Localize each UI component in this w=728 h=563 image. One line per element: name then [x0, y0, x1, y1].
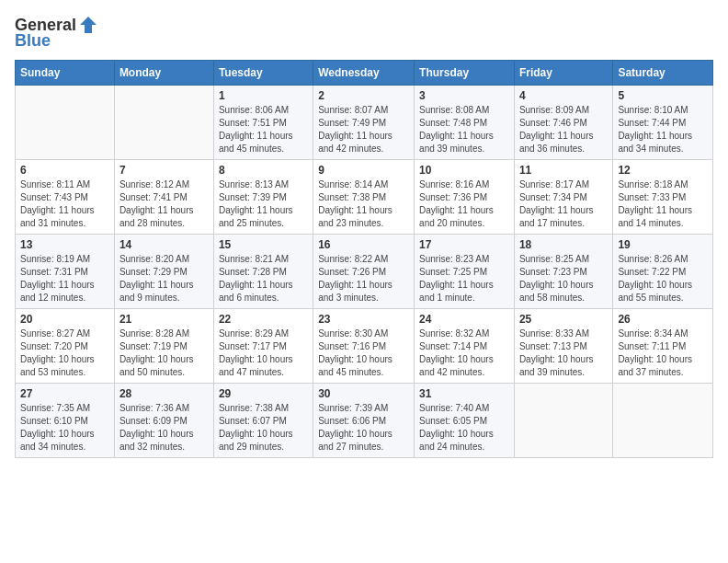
- day-info: Sunrise: 8:10 AM Sunset: 7:44 PM Dayligh…: [618, 104, 708, 155]
- day-info: Sunrise: 8:08 AM Sunset: 7:48 PM Dayligh…: [419, 104, 509, 155]
- day-info: Sunrise: 8:34 AM Sunset: 7:11 PM Dayligh…: [618, 327, 708, 379]
- day-info: Sunrise: 8:17 AM Sunset: 7:34 PM Dayligh…: [519, 178, 608, 230]
- day-info: Sunrise: 8:27 AM Sunset: 7:20 PM Dayligh…: [20, 327, 109, 379]
- calendar-cell: 18Sunrise: 8:25 AM Sunset: 7:23 PM Dayli…: [514, 235, 612, 309]
- day-number: 2: [318, 89, 409, 102]
- calendar-cell: 26Sunrise: 8:34 AM Sunset: 7:11 PM Dayli…: [613, 309, 713, 384]
- calendar-week-row: 13Sunrise: 8:19 AM Sunset: 7:31 PM Dayli…: [16, 235, 713, 309]
- calendar-cell: 22Sunrise: 8:29 AM Sunset: 7:17 PM Dayli…: [213, 309, 313, 384]
- calendar-cell: 20Sunrise: 8:27 AM Sunset: 7:20 PM Dayli…: [16, 309, 115, 384]
- calendar-cell: 8Sunrise: 8:13 AM Sunset: 7:39 PM Daylig…: [213, 160, 313, 235]
- day-number: 27: [20, 387, 109, 400]
- day-info: Sunrise: 8:13 AM Sunset: 7:39 PM Dayligh…: [219, 178, 308, 230]
- day-number: 24: [419, 313, 509, 326]
- calendar-cell: [514, 384, 612, 458]
- page-header: General Blue: [15, 15, 713, 51]
- day-number: 11: [519, 164, 608, 177]
- calendar-cell: [16, 86, 115, 160]
- calendar-cell: 12Sunrise: 8:18 AM Sunset: 7:33 PM Dayli…: [613, 160, 713, 235]
- calendar-cell: 24Sunrise: 8:32 AM Sunset: 7:14 PM Dayli…: [415, 309, 515, 384]
- calendar-cell: 17Sunrise: 8:23 AM Sunset: 7:25 PM Dayli…: [415, 235, 515, 309]
- weekday-header: Thursday: [415, 61, 515, 86]
- weekday-header: Monday: [114, 61, 213, 86]
- day-info: Sunrise: 8:32 AM Sunset: 7:14 PM Dayligh…: [419, 327, 509, 379]
- calendar-cell: 29Sunrise: 7:38 AM Sunset: 6:07 PM Dayli…: [213, 384, 313, 458]
- calendar-cell: 1Sunrise: 8:06 AM Sunset: 7:51 PM Daylig…: [213, 86, 313, 160]
- logo: General Blue: [15, 15, 98, 51]
- calendar-week-row: 27Sunrise: 7:35 AM Sunset: 6:10 PM Dayli…: [16, 384, 713, 458]
- calendar-cell: 27Sunrise: 7:35 AM Sunset: 6:10 PM Dayli…: [16, 384, 115, 458]
- calendar-cell: 14Sunrise: 8:20 AM Sunset: 7:29 PM Dayli…: [114, 235, 213, 309]
- calendar-cell: 5Sunrise: 8:10 AM Sunset: 7:44 PM Daylig…: [613, 86, 713, 160]
- day-number: 3: [419, 89, 509, 102]
- weekday-header: Wednesday: [313, 61, 415, 86]
- day-number: 1: [219, 89, 308, 102]
- calendar-cell: 9Sunrise: 8:14 AM Sunset: 7:38 PM Daylig…: [313, 160, 415, 235]
- day-info: Sunrise: 8:28 AM Sunset: 7:19 PM Dayligh…: [119, 327, 209, 379]
- day-number: 7: [119, 164, 209, 177]
- day-info: Sunrise: 8:29 AM Sunset: 7:17 PM Dayligh…: [219, 327, 308, 379]
- day-number: 28: [119, 387, 209, 400]
- calendar-cell: [114, 86, 213, 160]
- day-number: 25: [519, 313, 608, 326]
- weekday-header-row: SundayMondayTuesdayWednesdayThursdayFrid…: [16, 61, 713, 86]
- day-number: 8: [219, 164, 308, 177]
- day-info: Sunrise: 8:22 AM Sunset: 7:26 PM Dayligh…: [318, 253, 409, 304]
- day-info: Sunrise: 7:38 AM Sunset: 6:07 PM Dayligh…: [219, 402, 308, 454]
- day-info: Sunrise: 8:21 AM Sunset: 7:28 PM Dayligh…: [219, 253, 308, 304]
- calendar-table: SundayMondayTuesdayWednesdayThursdayFrid…: [15, 60, 713, 458]
- day-info: Sunrise: 7:39 AM Sunset: 6:06 PM Dayligh…: [318, 402, 409, 454]
- calendar-cell: 21Sunrise: 8:28 AM Sunset: 7:19 PM Dayli…: [114, 309, 213, 384]
- calendar-week-row: 6Sunrise: 8:11 AM Sunset: 7:43 PM Daylig…: [16, 160, 713, 235]
- day-info: Sunrise: 8:23 AM Sunset: 7:25 PM Dayligh…: [419, 253, 509, 304]
- day-info: Sunrise: 8:07 AM Sunset: 7:49 PM Dayligh…: [318, 104, 409, 155]
- day-number: 4: [519, 89, 608, 102]
- calendar-week-row: 20Sunrise: 8:27 AM Sunset: 7:20 PM Dayli…: [16, 309, 713, 384]
- day-number: 12: [618, 164, 708, 177]
- day-number: 9: [318, 164, 409, 177]
- calendar-header: SundayMondayTuesdayWednesdayThursdayFrid…: [16, 61, 713, 86]
- day-number: 5: [618, 89, 708, 102]
- calendar-body: 1Sunrise: 8:06 AM Sunset: 7:51 PM Daylig…: [16, 86, 713, 458]
- day-number: 6: [20, 164, 109, 177]
- day-info: Sunrise: 8:25 AM Sunset: 7:23 PM Dayligh…: [519, 253, 608, 304]
- svg-marker-0: [80, 17, 97, 33]
- day-number: 16: [318, 238, 409, 251]
- day-number: 14: [119, 238, 209, 251]
- day-number: 19: [618, 238, 708, 251]
- day-number: 30: [318, 387, 409, 400]
- day-info: Sunrise: 8:12 AM Sunset: 7:41 PM Dayligh…: [119, 178, 209, 230]
- calendar-cell: 3Sunrise: 8:08 AM Sunset: 7:48 PM Daylig…: [415, 86, 515, 160]
- day-number: 10: [419, 164, 509, 177]
- weekday-header: Friday: [514, 61, 612, 86]
- calendar-cell: 23Sunrise: 8:30 AM Sunset: 7:16 PM Dayli…: [313, 309, 415, 384]
- logo-icon: [78, 15, 98, 35]
- day-info: Sunrise: 7:35 AM Sunset: 6:10 PM Dayligh…: [20, 402, 109, 454]
- day-number: 26: [618, 313, 708, 326]
- logo-blue-text: Blue: [15, 31, 51, 51]
- day-info: Sunrise: 7:36 AM Sunset: 6:09 PM Dayligh…: [119, 402, 209, 454]
- calendar-cell: 6Sunrise: 8:11 AM Sunset: 7:43 PM Daylig…: [16, 160, 115, 235]
- day-info: Sunrise: 8:14 AM Sunset: 7:38 PM Dayligh…: [318, 178, 409, 230]
- calendar-cell: 11Sunrise: 8:17 AM Sunset: 7:34 PM Dayli…: [514, 160, 612, 235]
- calendar-cell: 19Sunrise: 8:26 AM Sunset: 7:22 PM Dayli…: [613, 235, 713, 309]
- calendar-week-row: 1Sunrise: 8:06 AM Sunset: 7:51 PM Daylig…: [16, 86, 713, 160]
- calendar-cell: 28Sunrise: 7:36 AM Sunset: 6:09 PM Dayli…: [114, 384, 213, 458]
- calendar-cell: 16Sunrise: 8:22 AM Sunset: 7:26 PM Dayli…: [313, 235, 415, 309]
- day-number: 15: [219, 238, 308, 251]
- day-info: Sunrise: 8:19 AM Sunset: 7:31 PM Dayligh…: [20, 253, 109, 304]
- day-number: 13: [20, 238, 109, 251]
- calendar-cell: 25Sunrise: 8:33 AM Sunset: 7:13 PM Dayli…: [514, 309, 612, 384]
- day-info: Sunrise: 8:16 AM Sunset: 7:36 PM Dayligh…: [419, 178, 509, 230]
- calendar-cell: 13Sunrise: 8:19 AM Sunset: 7:31 PM Dayli…: [16, 235, 115, 309]
- day-number: 22: [219, 313, 308, 326]
- day-number: 21: [119, 313, 209, 326]
- day-info: Sunrise: 8:09 AM Sunset: 7:46 PM Dayligh…: [519, 104, 608, 155]
- weekday-header: Tuesday: [213, 61, 313, 86]
- calendar-cell: 7Sunrise: 8:12 AM Sunset: 7:41 PM Daylig…: [114, 160, 213, 235]
- calendar-cell: 31Sunrise: 7:40 AM Sunset: 6:05 PM Dayli…: [415, 384, 515, 458]
- day-number: 18: [519, 238, 608, 251]
- day-info: Sunrise: 8:18 AM Sunset: 7:33 PM Dayligh…: [618, 178, 708, 230]
- day-info: Sunrise: 8:26 AM Sunset: 7:22 PM Dayligh…: [618, 253, 708, 304]
- day-info: Sunrise: 8:11 AM Sunset: 7:43 PM Dayligh…: [20, 178, 109, 230]
